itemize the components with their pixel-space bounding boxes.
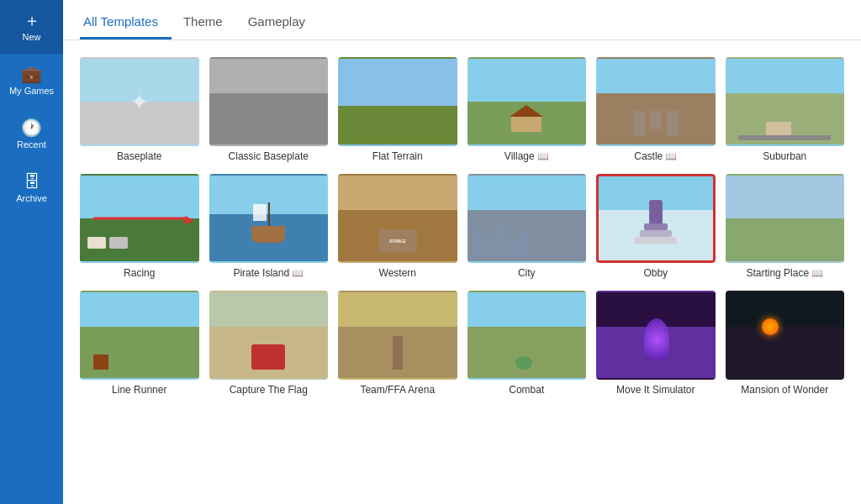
racing-arrow bbox=[93, 218, 186, 220]
template-suburban[interactable]: Suburban bbox=[726, 57, 845, 162]
capture-flag-thumbnail bbox=[209, 291, 329, 380]
pirate-book-icon: 📖 bbox=[292, 268, 304, 279]
obby-label: Obby bbox=[643, 267, 668, 279]
template-racing[interactable]: Racing bbox=[80, 174, 199, 279]
mansion-label: Mansion of Wonder bbox=[741, 384, 828, 396]
village-label: Village 📖 bbox=[504, 150, 549, 162]
team-ffa-label: Team/FFA Arena bbox=[360, 384, 435, 396]
mygames-label: My Games bbox=[9, 86, 54, 96]
template-western[interactable]: STABLE Western bbox=[338, 174, 457, 279]
templates-grid: Baseplate Classic Baseplate Flat Terrain… bbox=[80, 57, 844, 396]
capture-flag-label: Capture The Flag bbox=[230, 384, 308, 396]
starting-place-label: Starting Place 📖 bbox=[746, 267, 823, 279]
tab-gameplay[interactable]: Gameplay bbox=[245, 14, 319, 39]
classic-baseplate-label: Classic Baseplate bbox=[229, 150, 309, 162]
main-content: All Templates Theme Gameplay Baseplate C… bbox=[63, 0, 861, 504]
move-it-thumbnail bbox=[596, 291, 716, 380]
new-button[interactable]: ＋ New bbox=[0, 0, 63, 54]
recent-button[interactable]: 🕐 Recent bbox=[0, 108, 63, 161]
briefcase-icon: 💼 bbox=[21, 66, 42, 82]
line-runner-label: Line Runner bbox=[112, 384, 166, 396]
template-baseplate[interactable]: Baseplate bbox=[80, 57, 199, 162]
template-flat-terrain[interactable]: Flat Terrain bbox=[338, 57, 457, 162]
templates-grid-area: Baseplate Classic Baseplate Flat Terrain… bbox=[63, 40, 861, 504]
flat-terrain-thumbnail bbox=[338, 57, 457, 146]
combat-label: Combat bbox=[509, 384, 544, 396]
archive-button[interactable]: 🗄 Archive bbox=[0, 161, 63, 215]
village-thumbnail bbox=[467, 57, 587, 146]
classic-baseplate-thumbnail bbox=[209, 57, 329, 146]
template-obby[interactable]: Obby bbox=[596, 174, 716, 279]
baseplate-thumbnail bbox=[80, 57, 199, 146]
obby-thumbnail bbox=[596, 174, 716, 263]
tab-bar: All Templates Theme Gameplay bbox=[63, 0, 861, 40]
racing-label: Racing bbox=[124, 267, 155, 279]
castle-label: Castle 📖 bbox=[634, 150, 677, 162]
tab-theme[interactable]: Theme bbox=[180, 14, 236, 39]
recent-label: Recent bbox=[17, 139, 46, 150]
template-pirate-island[interactable]: Pirate Island 📖 bbox=[209, 174, 329, 279]
template-village[interactable]: Village 📖 bbox=[467, 57, 587, 162]
template-team-ffa[interactable]: Team/FFA Arena bbox=[338, 291, 457, 396]
template-mansion[interactable]: Mansion of Wonder bbox=[726, 291, 845, 396]
template-capture-flag[interactable]: Capture The Flag bbox=[209, 291, 329, 396]
village-book-icon: 📖 bbox=[537, 151, 549, 162]
combat-thumbnail bbox=[467, 291, 587, 380]
sidebar: ＋ New 💼 My Games 🕐 Recent 🗄 Archive bbox=[0, 0, 63, 504]
archive-label: Archive bbox=[16, 193, 47, 203]
move-it-label: Move It Simulator bbox=[616, 384, 695, 396]
tab-all-templates[interactable]: All Templates bbox=[80, 14, 172, 39]
city-thumbnail bbox=[467, 174, 587, 263]
template-city[interactable]: City bbox=[467, 174, 587, 279]
racing-thumbnail bbox=[80, 174, 199, 263]
western-label: Western bbox=[379, 267, 416, 279]
mygames-button[interactable]: 💼 My Games bbox=[0, 54, 63, 108]
template-classic-baseplate[interactable]: Classic Baseplate bbox=[209, 57, 329, 162]
archive-icon: 🗄 bbox=[24, 173, 40, 190]
mansion-thumbnail bbox=[726, 291, 845, 380]
new-label: New bbox=[22, 32, 40, 42]
baseplate-label: Baseplate bbox=[117, 150, 161, 162]
suburban-label: Suburban bbox=[763, 150, 806, 162]
template-castle[interactable]: Castle 📖 bbox=[596, 57, 716, 162]
template-move-it[interactable]: Move It Simulator bbox=[596, 291, 716, 396]
team-ffa-thumbnail bbox=[338, 291, 457, 380]
template-line-runner[interactable]: Line Runner bbox=[80, 291, 199, 396]
starting-place-thumbnail bbox=[726, 174, 845, 263]
plus-icon: ＋ bbox=[24, 12, 40, 29]
flat-terrain-label: Flat Terrain bbox=[372, 150, 423, 162]
castle-thumbnail bbox=[596, 57, 716, 146]
template-starting-place[interactable]: Starting Place 📖 bbox=[726, 174, 845, 279]
western-thumbnail: STABLE bbox=[338, 174, 457, 263]
suburban-thumbnail bbox=[726, 57, 845, 146]
template-combat[interactable]: Combat bbox=[467, 291, 587, 396]
line-runner-thumbnail bbox=[80, 291, 199, 380]
pirate-island-thumbnail bbox=[209, 174, 329, 263]
obby-tower bbox=[635, 197, 677, 244]
clock-icon: 🕐 bbox=[21, 119, 42, 136]
pirate-island-label: Pirate Island 📖 bbox=[233, 267, 304, 279]
starting-book-icon: 📖 bbox=[811, 268, 823, 279]
city-label: City bbox=[518, 267, 536, 279]
castle-book-icon: 📖 bbox=[665, 151, 677, 162]
